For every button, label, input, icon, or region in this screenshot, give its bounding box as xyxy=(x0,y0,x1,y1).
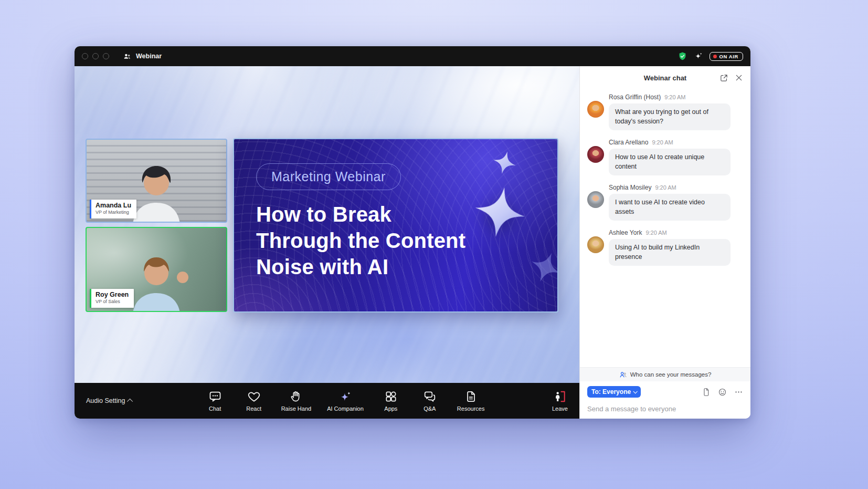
slide-badge: Marketing Webinar xyxy=(256,163,401,190)
message-time: 9:20 AM xyxy=(655,184,676,191)
video-tile-roy[interactable]: Roy Green VP of Sales xyxy=(86,227,227,312)
react-button[interactable]: React xyxy=(242,390,266,412)
window-titlebar: Webinar ON AIR xyxy=(75,46,750,66)
leave-label: Leave xyxy=(552,405,568,412)
on-air-dot xyxy=(713,55,717,58)
message-bubble: How to use AI to create unique content xyxy=(609,149,731,175)
qa-button[interactable]: Q&A xyxy=(418,390,441,412)
app-title-label: Webinar xyxy=(136,53,162,60)
message-input[interactable] xyxy=(587,405,743,413)
chat-message: Ashlee York9:20 AM Using AI to build my … xyxy=(587,229,743,266)
on-air-label: ON AIR xyxy=(719,54,739,59)
participants-icon xyxy=(123,52,132,61)
avatar xyxy=(587,101,604,118)
message-bubble: Using AI to build my LinkedIn presence xyxy=(609,239,731,266)
qa-label: Q&A xyxy=(424,405,436,412)
chat-icon xyxy=(208,390,222,403)
slide-title: How to Break Through the Content Noise w… xyxy=(256,201,483,280)
chat-message: Rosa Griffin (Host)9:20 AM What are you … xyxy=(587,93,743,130)
leave-button[interactable]: Leave xyxy=(552,390,568,412)
close-window-button[interactable] xyxy=(82,53,88,59)
participant-name: Amanda Lu xyxy=(96,202,131,210)
raise-hand-label: Raise Hand xyxy=(281,405,311,412)
meeting-toolbar: Audio Setting Chat xyxy=(75,383,579,419)
slide-star-shape xyxy=(518,242,558,296)
message-bubble: What are you trying to get out of today'… xyxy=(609,103,731,130)
chat-footer: Who can see your messages? To: Everyone xyxy=(580,367,750,419)
message-author: Sophia Mosiley xyxy=(609,184,651,191)
close-chat-button[interactable] xyxy=(735,74,743,82)
minimize-window-button[interactable] xyxy=(92,53,99,59)
heart-icon xyxy=(247,390,261,403)
audio-setting-label: Audio Setting xyxy=(86,397,125,404)
security-shield-icon[interactable] xyxy=(678,51,687,61)
message-visibility-info[interactable]: Who can see your messages? xyxy=(580,368,750,381)
participant-role: VP of Sales xyxy=(96,299,129,305)
ai-companion-status-icon[interactable] xyxy=(694,51,703,61)
avatar xyxy=(587,146,604,163)
message-author: Clara Arellano xyxy=(609,139,648,146)
presentation-slide: Marketing Webinar How to Break Through t… xyxy=(233,138,558,313)
video-tile-amanda[interactable]: Amanda Lu VP of Marketing xyxy=(86,139,227,223)
participant-name: Roy Green xyxy=(96,291,129,299)
toolbar-center-group: Chat React Raise Hand xyxy=(167,390,485,412)
avatar xyxy=(587,236,604,253)
participant-role: VP of Marketing xyxy=(96,210,131,216)
recipient-label: To: Everyone xyxy=(591,388,631,396)
zoom-window-button[interactable] xyxy=(103,53,109,59)
message-author: Ashlee York xyxy=(609,229,642,236)
leave-door-icon xyxy=(553,390,567,403)
slide-star-shape xyxy=(486,145,523,182)
chat-header: Webinar chat xyxy=(580,66,750,89)
visibility-label: Who can see your messages? xyxy=(630,371,712,378)
webinar-window: Webinar ON AIR xyxy=(75,46,750,419)
react-label: React xyxy=(246,405,261,412)
chat-message-list[interactable]: Rosa Griffin (Host)9:20 AM What are you … xyxy=(580,89,750,367)
window-controls xyxy=(82,53,109,59)
attach-file-button[interactable] xyxy=(702,388,711,397)
chat-label: Chat xyxy=(209,405,221,412)
apps-label: Apps xyxy=(384,405,397,412)
pop-out-chat-button[interactable] xyxy=(719,74,728,82)
ai-companion-button[interactable]: AI Companion xyxy=(327,390,364,412)
emoji-button[interactable] xyxy=(718,388,727,397)
recipient-selector[interactable]: To: Everyone xyxy=(587,386,641,398)
chat-button[interactable]: Chat xyxy=(204,390,227,412)
resources-label: Resources xyxy=(457,405,485,412)
message-time: 9:20 AM xyxy=(645,230,666,236)
ai-companion-label: AI Companion xyxy=(327,405,364,412)
ai-sparkle-icon xyxy=(338,390,352,403)
message-time: 9:20 AM xyxy=(664,94,685,100)
webinar-stage: Amanda Lu VP of Marketing Roy Green VP o xyxy=(75,66,579,383)
apps-grid-icon xyxy=(384,390,398,403)
more-options-button[interactable] xyxy=(734,388,743,397)
avatar xyxy=(587,191,604,208)
nametag-roy: Roy Green VP of Sales xyxy=(90,289,134,308)
app-title: Webinar xyxy=(123,52,162,61)
main-area: Amanda Lu VP of Marketing Roy Green VP o xyxy=(75,66,579,419)
chevron-up-icon xyxy=(127,399,133,404)
chat-message: Clara Arellano9:20 AM How to use AI to c… xyxy=(587,139,743,175)
chevron-down-icon xyxy=(633,389,638,393)
qa-bubbles-icon xyxy=(423,390,437,403)
message-time: 9:20 AM xyxy=(652,139,673,145)
raise-hand-button[interactable]: Raise Hand xyxy=(281,390,311,412)
nametag-amanda: Amanda Lu VP of Marketing xyxy=(90,200,136,219)
message-bubble: I want to use AI to create video assets xyxy=(609,194,731,221)
visibility-people-icon xyxy=(619,371,627,379)
audio-setting-button[interactable]: Audio Setting xyxy=(86,397,133,404)
apps-button[interactable]: Apps xyxy=(379,390,403,412)
chat-message: Sophia Mosiley9:20 AM I want to use AI t… xyxy=(587,184,743,221)
on-air-badge: ON AIR xyxy=(710,52,744,61)
raise-hand-icon xyxy=(289,390,303,403)
compose-area: To: Everyone xyxy=(580,381,750,419)
chat-panel: Webinar chat xyxy=(579,66,750,419)
resources-file-icon xyxy=(464,390,478,403)
message-author: Rosa Griffin (Host) xyxy=(609,93,661,101)
titlebar-status-icons: ON AIR xyxy=(678,51,744,61)
resources-button[interactable]: Resources xyxy=(457,390,485,412)
